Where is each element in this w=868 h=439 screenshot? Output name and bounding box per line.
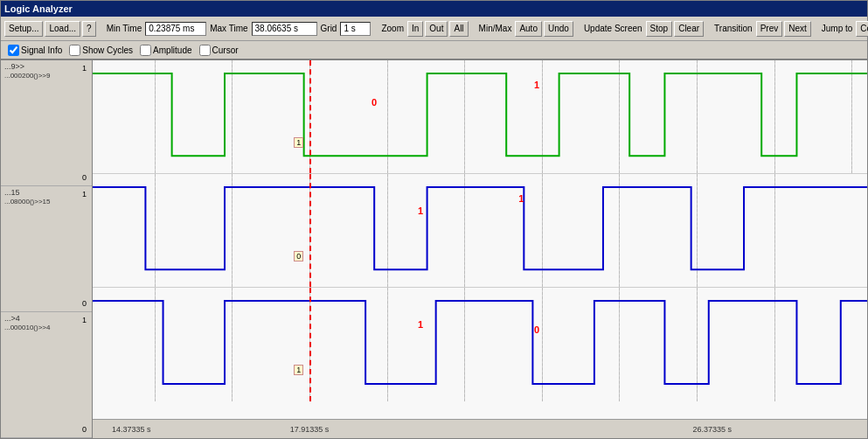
jump-to-label: Jump to [820, 24, 855, 33]
signal-item-0: ...9>> ...000200()>>9 1 0 [1, 60, 92, 186]
min-max-label: Min/Max [477, 24, 514, 33]
zoom-in-button[interactable]: In [407, 21, 423, 37]
waveform-svg-1 [93, 174, 867, 287]
cursor-line-1 [309, 174, 311, 287]
signal-val-high-0: 1 [82, 64, 87, 73]
signal-item-2: ...>4 ...000010()>>4 1 0 [1, 312, 92, 438]
cursor-checkbox-label[interactable]: Cursor [199, 45, 239, 56]
waveform-row-1: 1 1 0 [93, 174, 867, 288]
amplitude-label: Amplitude [153, 45, 191, 55]
waveform-svg-2 [93, 288, 867, 401]
signal-val-high-1: 1 [82, 190, 87, 199]
title-bar: Logic Analyzer [1, 1, 867, 17]
show-cycles-checkbox[interactable] [69, 45, 80, 56]
value-label-row1-1: 1 [518, 193, 524, 204]
timeline-label-cursor: 17.91335 s [290, 425, 330, 434]
signal-val-high-2: 1 [82, 316, 87, 324]
transition-label: Transition [712, 24, 754, 33]
cursor-checkbox[interactable] [199, 45, 211, 56]
value-label-row2-0: 1 [418, 319, 423, 330]
waveform-area: 0 1 1 [93, 60, 867, 438]
cursor-label: Cursor [212, 45, 239, 55]
max-time-value: 38.06635 s [252, 22, 317, 36]
waveform-row-0: 0 1 1 [93, 60, 867, 174]
amplitude-checkbox-label[interactable]: Amplitude [140, 45, 191, 56]
signal-item-1: ...15 ...08000()>>15 1 0 [1, 186, 92, 312]
grid-value: 1 s [340, 22, 371, 36]
signal-name-2: ...>4 ...000010()>>4 [4, 314, 88, 331]
waveform-row-2: 1 0 1 [93, 288, 867, 401]
timeline-label-0: 14.37335 s [112, 425, 151, 434]
code-button[interactable]: Code [856, 21, 868, 37]
cursor-line-2 [309, 288, 311, 401]
cursor-marker-2: 1 [294, 365, 303, 375]
show-cycles-checkbox-label[interactable]: Show Cycles [69, 45, 133, 56]
max-time-label: Max Time [208, 24, 249, 33]
undo-button[interactable]: Undo [544, 21, 573, 37]
signal-list: ...9>> ...000200()>>9 1 0 ...15 ...08000… [1, 60, 93, 438]
zoom-out-button[interactable]: Out [425, 21, 448, 37]
value-label-row0-0: 0 [372, 97, 377, 108]
signal-name-0: ...9>> ...000200()>>9 [4, 62, 88, 80]
stop-button[interactable]: Stop [646, 21, 673, 37]
signal-val-low-2: 0 [82, 425, 87, 434]
zoom-label: Zoom [379, 24, 406, 33]
clear-button[interactable]: Clear [674, 21, 704, 37]
signal-info-label: Signal Info [21, 45, 62, 55]
show-cycles-label: Show Cycles [82, 45, 133, 55]
grid-label: Grid [319, 24, 339, 33]
waveform-rows: 0 1 1 [93, 60, 867, 419]
next-button[interactable]: Next [784, 21, 811, 37]
cursor-marker-1: 0 [294, 251, 303, 261]
signal-val-low-0: 0 [82, 173, 87, 182]
waveform-svg-0 [93, 60, 867, 173]
signal-name-1: ...15 ...08000()>>15 [4, 188, 88, 206]
cursor-line-0 [309, 60, 311, 173]
min-time-label: Min Time [105, 24, 144, 33]
signal-info-checkbox-label[interactable]: Signal Info [8, 45, 62, 56]
load-button[interactable]: Load... [45, 21, 80, 37]
auto-button[interactable]: Auto [515, 21, 542, 37]
signal-info-checkbox[interactable] [8, 45, 19, 56]
signal-val-low-1: 0 [82, 299, 87, 308]
setup-button[interactable]: Setup... [4, 21, 43, 37]
value-label-row2-1: 0 [534, 324, 539, 335]
amplitude-checkbox[interactable] [140, 45, 151, 56]
prev-button[interactable]: Prev [756, 21, 783, 37]
zoom-all-button[interactable]: All [449, 21, 468, 37]
cursor-marker-0: 1 [294, 137, 303, 148]
timeline: 14.37335 s 17.91335 s 26.37335 s [93, 419, 867, 438]
main-content: ...9>> ...000200()>>9 1 0 ...15 ...08000… [1, 60, 867, 438]
update-screen-label: Update Screen [582, 24, 644, 33]
logic-analyzer-window: Logic Analyzer Setup... Load... ? Min Ti… [0, 0, 868, 439]
window-title: Logic Analyzer [4, 3, 73, 14]
help-button[interactable]: ? [82, 21, 96, 37]
timeline-label-1: 26.37335 s [693, 425, 733, 434]
min-time-value: 0.23875 ms [145, 22, 206, 36]
value-label-row0-1: 1 [534, 80, 539, 90]
value-label-row1-0: 1 [418, 206, 423, 216]
